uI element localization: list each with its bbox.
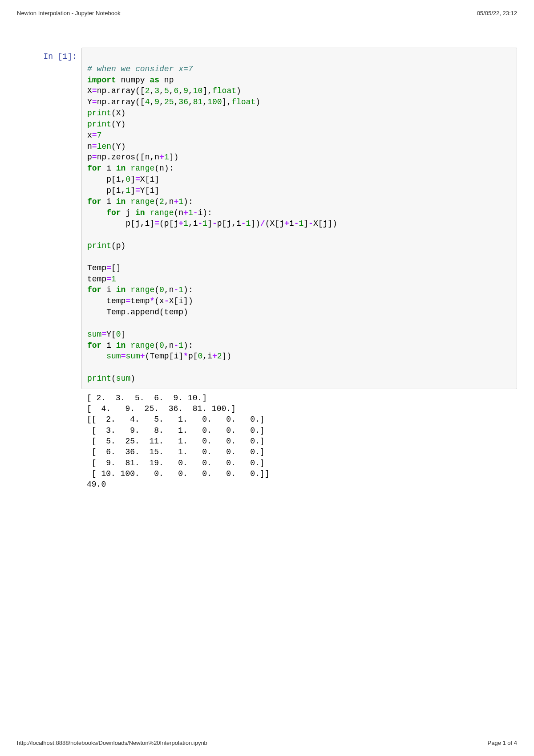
document-timestamp: 05/05/22, 23:12 xyxy=(477,10,517,16)
footer-page: Page 1 of 4 xyxy=(488,740,518,746)
footer-url: http://localhost:8888/notebooks/Download… xyxy=(17,740,207,746)
code-content: # when we consider x=7 import numpy as n… xyxy=(87,53,511,384)
code-output: [ 2. 3. 5. 6. 9. 10.] [ 4. 9. 25. 36. 81… xyxy=(81,389,517,490)
notebook-area: In [1]: # when we consider x=7 import nu… xyxy=(0,16,534,490)
page-header: Newton Interpolation - Jupyter Notebook … xyxy=(0,0,534,16)
input-prompt: In [1]: xyxy=(17,48,81,61)
code-input-area[interactable]: # when we consider x=7 import numpy as n… xyxy=(81,48,517,389)
document-title: Newton Interpolation - Jupyter Notebook xyxy=(17,10,121,16)
page-footer: http://localhost:8888/notebooks/Download… xyxy=(17,740,517,746)
code-cell: In [1]: # when we consider x=7 import nu… xyxy=(17,48,517,389)
